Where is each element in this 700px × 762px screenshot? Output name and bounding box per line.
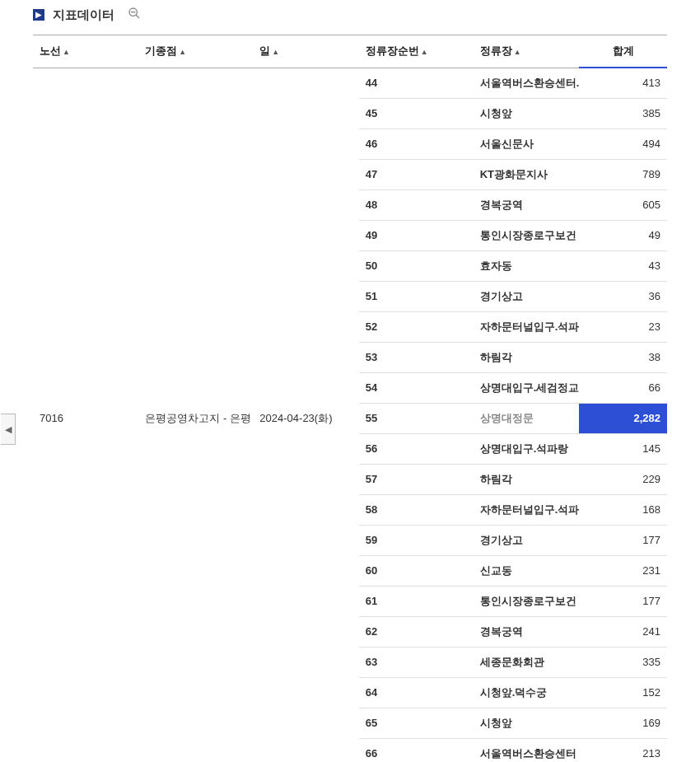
sort-asc-icon: ▲ [514,48,521,56]
cell-stop: 시청앞 [474,98,579,129]
cell-stop: 통인시장종로구보건 [474,586,579,616]
cell-total: 43 [579,250,667,281]
cell-seq: 55 [359,403,474,433]
cell-seq: 51 [359,281,474,311]
sort-asc-icon: ▲ [179,48,186,56]
cell-total: 177 [579,586,667,616]
col-header-terminal[interactable]: 기종점▲ [138,35,253,68]
table-header-row: 노선▲ 기종점▲ 일▲ 정류장순번▲ 정류장▲ 합계 [33,35,667,68]
cell-total: 152 [579,677,667,708]
cell-total: 23 [579,311,667,342]
col-header-seq[interactable]: 정류장순번▲ [359,35,474,68]
cell-stop: 경기상고 [474,281,579,311]
cell-total: 38 [579,342,667,372]
cell-stop: 상명대정문 [474,403,579,433]
cell-seq: 50 [359,250,474,281]
cell-seq: 63 [359,647,474,677]
cell-total: 213 [579,738,667,762]
cell-seq: 52 [359,311,474,342]
cell-stop: 서울역버스환승센터 [474,738,579,762]
cell-stop: 시청앞 [474,708,579,738]
col-header-stop[interactable]: 정류장▲ [474,35,579,68]
cell-seq: 57 [359,464,474,494]
cell-route: 7016 [33,68,138,762]
cell-seq: 59 [359,525,474,555]
cell-total: 789 [579,159,667,189]
cell-terminal: 은평공영차고지 - 은평 [138,68,253,762]
cell-total: 168 [579,494,667,525]
cell-total: 605 [579,189,667,220]
cell-stop: 서울역버스환승센터. [474,68,579,98]
cell-stop: 통인시장종로구보건 [474,220,579,250]
cell-stop: 하림각 [474,342,579,372]
cell-total: 494 [579,129,667,159]
cell-total: 229 [579,464,667,494]
sort-asc-icon: ▲ [63,48,70,56]
cell-stop: 효자동 [474,250,579,281]
cell-seq: 44 [359,68,474,98]
svg-line-1 [136,15,139,18]
section-arrow-icon: ▶ [33,9,44,21]
cell-seq: 66 [359,738,474,762]
cell-stop: 경복궁역 [474,189,579,220]
cell-seq: 54 [359,372,474,403]
cell-total: 49 [579,220,667,250]
cell-stop: 자하문터널입구.석파 [474,311,579,342]
cell-total: 335 [579,647,667,677]
cell-stop: 상명대입구.세검정교 [474,372,579,403]
col-header-total[interactable]: 합계 [579,35,667,68]
cell-seq: 62 [359,616,474,647]
cell-stop: 시청앞.덕수궁 [474,677,579,708]
cell-date: 2024-04-23(화) [253,68,358,762]
cell-seq: 61 [359,586,474,616]
cell-total: 36 [579,281,667,311]
cell-total: 385 [579,98,667,129]
cell-total: 2,282 [579,403,667,433]
cell-seq: 65 [359,708,474,738]
cell-stop: 서울신문사 [474,129,579,159]
cell-total: 413 [579,68,667,98]
cell-seq: 49 [359,220,474,250]
cell-stop: KT광화문지사 [474,159,579,189]
cell-seq: 48 [359,189,474,220]
cell-seq: 47 [359,159,474,189]
cell-total: 66 [579,372,667,403]
cell-stop: 세종문화회관 [474,647,579,677]
cell-seq: 64 [359,677,474,708]
cell-seq: 46 [359,129,474,159]
cell-total: 241 [579,616,667,647]
cell-stop: 상명대입구.석파랑 [474,433,579,464]
data-table: 노선▲ 기종점▲ 일▲ 정류장순번▲ 정류장▲ 합계 7016은평공영차고지 -… [33,35,667,762]
cell-seq: 45 [359,98,474,129]
cell-stop: 경기상고 [474,525,579,555]
col-header-route[interactable]: 노선▲ [33,35,138,68]
cell-seq: 60 [359,555,474,586]
cell-stop: 신교동 [474,555,579,586]
cell-seq: 58 [359,494,474,525]
col-header-date[interactable]: 일▲ [253,35,358,68]
zoom-out-icon[interactable] [128,7,141,23]
cell-total: 169 [579,708,667,738]
table-row[interactable]: 7016은평공영차고지 - 은평2024-04-23(화)44서울역버스환승센터… [33,68,667,98]
cell-stop: 경복궁역 [474,616,579,647]
sort-asc-icon: ▲ [421,48,428,56]
cell-total: 231 [579,555,667,586]
cell-seq: 56 [359,433,474,464]
cell-stop: 자하문터널입구.석파 [474,494,579,525]
sort-asc-icon: ▲ [272,48,279,56]
cell-total: 177 [579,525,667,555]
cell-total: 145 [579,433,667,464]
cell-stop: 하림각 [474,464,579,494]
cell-seq: 53 [359,342,474,372]
section-header: ▶ 지표데이터 [33,7,667,23]
section-title: 지표데이터 [53,7,114,23]
